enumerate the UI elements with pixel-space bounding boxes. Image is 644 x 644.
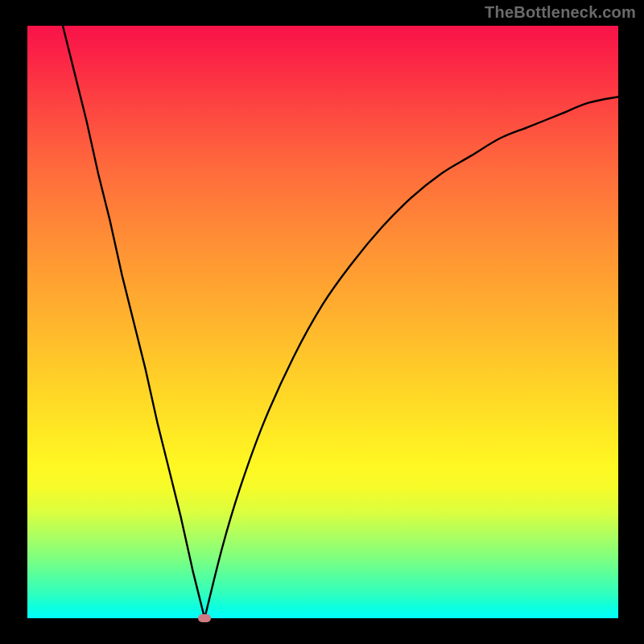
optimal-marker: [198, 614, 211, 622]
bottleneck-curve: [27, 26, 618, 618]
chart-root: TheBottleneck.com: [0, 0, 644, 644]
plot-area: [27, 26, 618, 618]
watermark-text: TheBottleneck.com: [485, 3, 636, 22]
